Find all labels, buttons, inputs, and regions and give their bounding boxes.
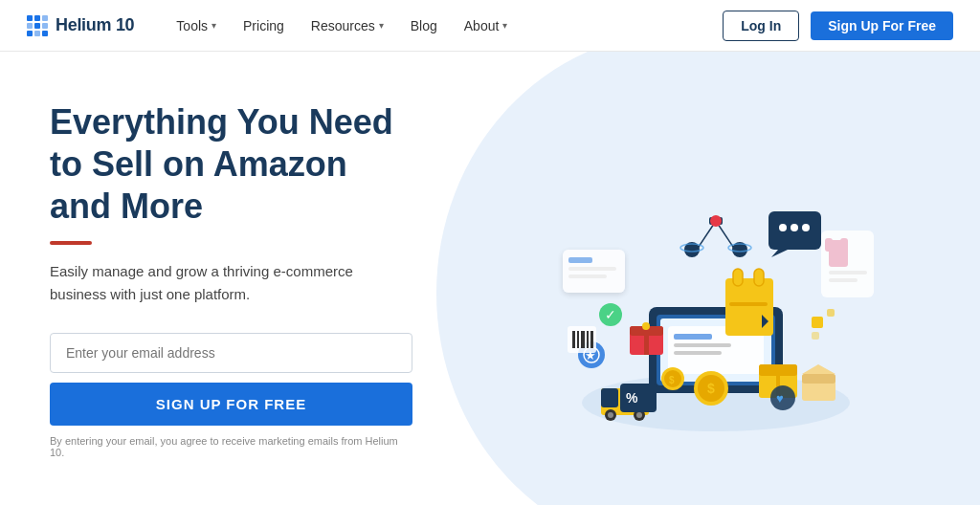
- svg-text:✓: ✓: [605, 307, 616, 322]
- svg-rect-9: [733, 269, 743, 286]
- svg-rect-72: [577, 331, 579, 348]
- email-input[interactable]: [50, 333, 412, 373]
- nav-links: Tools ▾ Pricing Resources ▾ Blog About ▾: [165, 12, 723, 39]
- svg-marker-47: [802, 364, 835, 374]
- hero-disclaimer: By entering your email, you agree to rec…: [50, 435, 412, 458]
- svg-rect-54: [825, 238, 833, 252]
- svg-point-38: [642, 322, 650, 330]
- login-button[interactable]: Log In: [723, 11, 799, 41]
- navbar: Helium 10 Tools ▾ Pricing Resources ▾ Bl…: [0, 0, 980, 52]
- svg-rect-48: [563, 250, 625, 293]
- svg-text:%: %: [626, 390, 638, 406]
- signup-button[interactable]: Sign Up For Free: [811, 11, 953, 40]
- svg-point-31: [779, 224, 787, 231]
- svg-rect-40: [601, 388, 618, 407]
- svg-rect-5: [674, 334, 712, 340]
- svg-point-32: [791, 224, 798, 231]
- nav-pricing[interactable]: Pricing: [232, 12, 296, 39]
- svg-text:♥: ♥: [776, 391, 784, 406]
- hero-left: Everything You Need to Sell on Amazon an…: [0, 52, 451, 458]
- svg-rect-11: [729, 302, 768, 306]
- logo-icon: [27, 15, 48, 36]
- logo[interactable]: Helium 10: [27, 15, 134, 36]
- svg-rect-69: [812, 332, 819, 340]
- svg-rect-51: [568, 274, 607, 278]
- svg-rect-46: [802, 374, 835, 384]
- hero-subtitle: Easily manage and grow a thriving e-comm…: [50, 260, 394, 306]
- hero-right: $ $: [451, 52, 980, 505]
- logo-text: Helium 10: [56, 15, 134, 35]
- svg-rect-49: [568, 257, 592, 263]
- svg-rect-55: [840, 238, 848, 252]
- svg-text:$: $: [669, 375, 675, 385]
- svg-rect-6: [674, 343, 731, 347]
- svg-point-44: [636, 412, 642, 418]
- hero-illustration: $ $: [486, 97, 946, 460]
- svg-rect-57: [829, 278, 858, 282]
- svg-rect-10: [754, 269, 764, 286]
- nav-resources[interactable]: Resources ▾: [300, 12, 395, 39]
- svg-rect-8: [725, 278, 773, 336]
- svg-rect-7: [674, 351, 722, 355]
- svg-point-33: [802, 224, 810, 231]
- svg-rect-75: [590, 331, 593, 348]
- svg-rect-67: [812, 317, 823, 328]
- svg-point-42: [608, 412, 613, 418]
- nav-tools[interactable]: Tools ▾: [165, 12, 228, 39]
- chevron-down-icon: ▾: [212, 20, 216, 31]
- hero-divider: [50, 241, 92, 245]
- svg-text:$: $: [707, 381, 715, 396]
- chevron-down-icon: ▾: [502, 20, 507, 31]
- svg-rect-71: [572, 331, 575, 348]
- svg-rect-37: [644, 326, 649, 355]
- svg-rect-68: [827, 309, 835, 317]
- nav-blog[interactable]: Blog: [399, 12, 449, 39]
- hero-title: Everything You Need to Sell on Amazon an…: [50, 101, 412, 228]
- nav-about[interactable]: About ▾: [453, 12, 520, 39]
- svg-rect-50: [568, 267, 616, 271]
- svg-rect-74: [587, 331, 589, 348]
- svg-marker-34: [771, 250, 788, 257]
- hero-section: Everything You Need to Sell on Amazon an…: [0, 52, 980, 505]
- svg-rect-56: [829, 271, 867, 274]
- chevron-down-icon: ▾: [379, 20, 384, 31]
- svg-rect-73: [581, 331, 585, 348]
- hero-signup-button[interactable]: SIGN UP FOR FREE: [50, 383, 412, 426]
- nav-actions: Log In Sign Up For Free: [723, 11, 953, 41]
